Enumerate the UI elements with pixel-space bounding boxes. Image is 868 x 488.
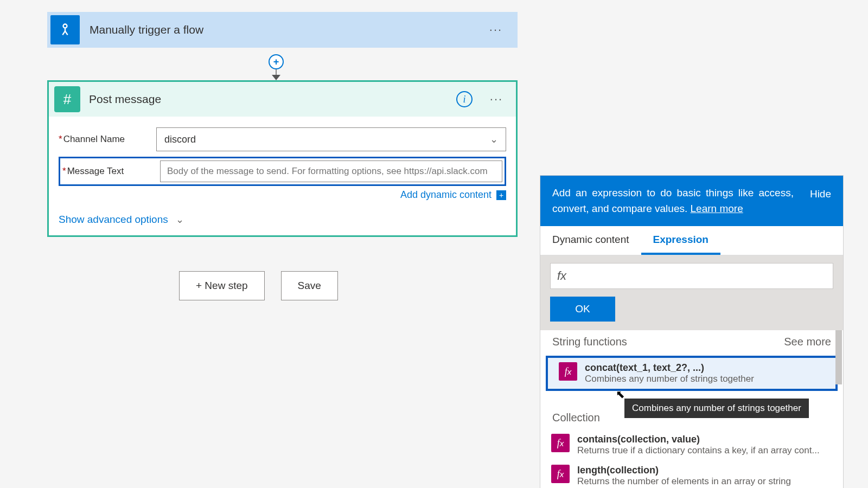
expression-blurb: Add an expression to do basic things lik… [552,187,794,214]
fx-icon: fx [559,362,577,381]
svg-point-0 [63,24,67,28]
tab-dynamic-content[interactable]: Dynamic content [540,226,641,255]
chevron-down-icon: ⌄ [490,133,498,145]
section-string-functions: String functions See more [540,330,843,354]
ok-button[interactable]: OK [550,297,615,322]
tooltip: Combines any number of strings together [624,399,809,418]
learn-more-link[interactable]: Learn more [691,203,743,214]
tab-expression[interactable]: Expression [641,226,720,255]
fx-icon: fx [557,269,566,283]
message-text-input[interactable] [160,160,502,182]
action-menu-button[interactable]: ··· [486,92,507,106]
channel-name-value: discord [164,134,196,145]
scrollbar[interactable] [835,330,842,384]
action-title: Post message [89,93,456,106]
channel-name-row: *Channel Name discord ⌄ [59,127,506,151]
fx-icon: fx [551,465,570,483]
connector: + [276,48,277,80]
manual-trigger-icon [50,15,80,44]
trigger-menu-button[interactable]: ··· [485,23,507,37]
action-header[interactable]: # Post message i ··· [49,82,516,117]
bottom-buttons: + New step Save [179,271,338,300]
expression-input[interactable]: fx [550,263,833,289]
channel-name-dropdown[interactable]: discord ⌄ [156,127,506,151]
slack-hash-icon: # [54,86,80,112]
trigger-card[interactable]: Manually trigger a flow ··· [47,12,518,48]
chevron-down-icon: ⌄ [176,214,184,226]
see-more-string[interactable]: See more [784,336,831,348]
message-text-label: *Message Text [62,166,160,177]
fn-length[interactable]: fx length(collection) Returns the number… [540,460,843,488]
function-list: String functions See more fx concat(text… [540,330,843,488]
info-icon[interactable]: i [456,91,473,107]
post-message-card: # Post message i ··· *Channel Name disco… [47,80,518,237]
expression-panel: Add an expression to do basic things lik… [540,175,844,488]
add-step-inline-button[interactable]: + [269,54,284,69]
hide-panel-button[interactable]: Hide [810,185,831,216]
new-step-button[interactable]: + New step [179,271,265,300]
save-button[interactable]: Save [281,271,338,300]
fn-contains[interactable]: fx contains(collection, value) Returns t… [540,429,843,460]
panel-tabs: Dynamic content Expression [540,226,843,255]
channel-name-label: *Channel Name [59,134,156,145]
add-dynamic-plus-icon[interactable]: + [496,190,506,200]
message-text-row: *Message Text [59,157,506,186]
fn-concat[interactable]: fx concat(text_1, text_2?, ...) Combines… [546,356,838,391]
show-advanced-options-link[interactable]: Show advanced options ⌄ [59,214,506,226]
add-dynamic-content-link[interactable]: Add dynamic content [400,189,492,200]
fx-icon: fx [551,434,570,452]
trigger-title: Manually trigger a flow [90,23,485,36]
expression-panel-header: Add an expression to do basic things lik… [540,176,843,226]
